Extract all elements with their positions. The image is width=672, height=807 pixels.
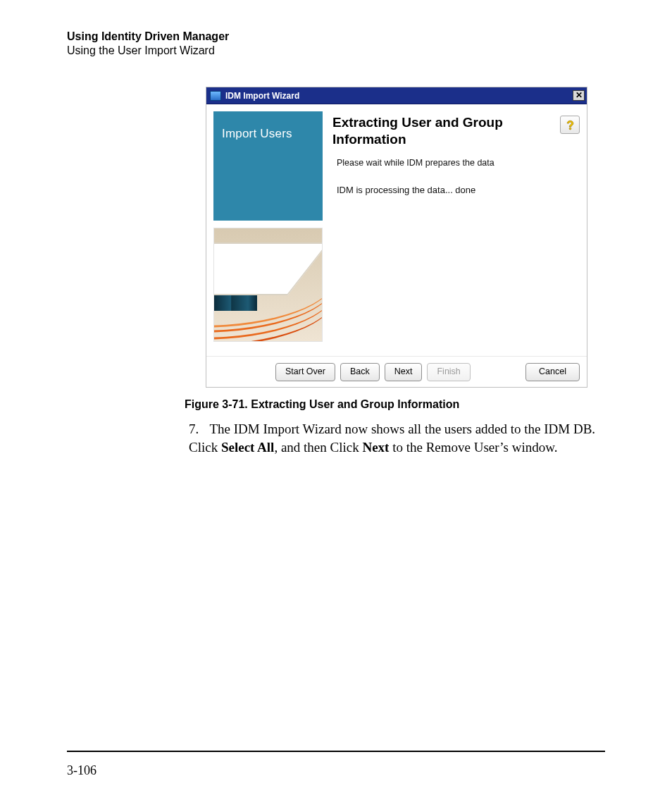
decorative-image (213, 228, 323, 342)
help-icon (565, 119, 575, 131)
section-title: Using the User Import Wizard (67, 44, 229, 58)
svg-point-0 (569, 128, 571, 130)
wizard-status: IDM is processing the data... done (337, 185, 580, 195)
cancel-button[interactable]: Cancel (525, 363, 580, 381)
wizard-window: IDM Import Wizard ✕ Import Users (206, 87, 587, 387)
figure-caption: Figure 3-71. Extracting User and Group I… (185, 398, 459, 411)
step-text-3: to the Remove User’s window. (389, 440, 557, 455)
window-title-text: IDM Import Wizard (225, 91, 299, 101)
chapter-title: Using Identity Driven Manager (67, 30, 229, 44)
page-header: Using Identity Driven Manager Using the … (67, 30, 229, 58)
step-bold-1: Select All (221, 440, 274, 455)
step-text-2: , and then Click (274, 440, 362, 455)
wizard-subtext: Please wait while IDM prepares the data (337, 158, 580, 168)
finish-button: Finish (427, 363, 470, 381)
app-icon (210, 91, 221, 101)
wizard-sidebar-title: Import Users (213, 111, 323, 221)
wizard-page-title: Extracting User and Group Information (332, 114, 512, 148)
step-bold-2: Next (362, 440, 389, 455)
next-button[interactable]: Next (385, 363, 423, 381)
close-icon[interactable]: ✕ (573, 90, 585, 101)
back-button[interactable]: Back (340, 363, 380, 381)
wizard-button-bar: Start Over Back Next Finish Cancel (206, 356, 587, 387)
window-titlebar: IDM Import Wizard ✕ (206, 87, 587, 104)
help-button[interactable] (560, 116, 580, 134)
start-over-button[interactable]: Start Over (275, 363, 335, 381)
step-7: 7. The IDM Import Wizard now shows all t… (189, 420, 605, 456)
page-number: 3-106 (67, 763, 97, 778)
footer-rule (67, 751, 605, 752)
step-number: 7. (189, 420, 206, 438)
